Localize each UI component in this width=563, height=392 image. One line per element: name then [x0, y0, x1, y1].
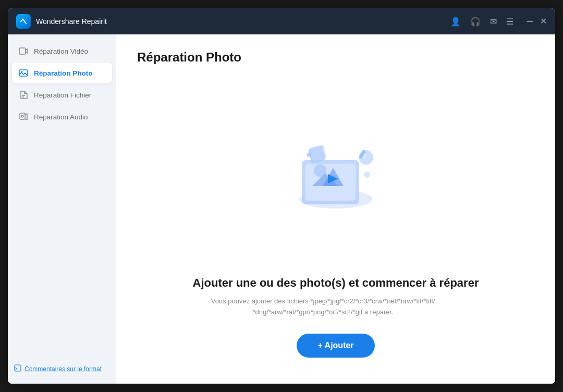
subtext-line2: *dng/*arw/*raf/*gpr/*png/*orf/*sr2/*gif …	[252, 308, 393, 316]
headset-icon[interactable]: 🎧	[470, 17, 481, 27]
feedback-icon	[14, 364, 21, 373]
video-icon	[18, 46, 29, 56]
minimize-button[interactable]: ─	[527, 17, 533, 26]
menu-icon[interactable]: ☰	[506, 17, 513, 27]
sidebar-item-fichier[interactable]: Réparation Fichier	[12, 84, 112, 105]
titlebar-controls: 👤 🎧 ✉ ☰ ─ ✕	[450, 17, 547, 27]
titlebar: Wondershare Repairit 👤 🎧 ✉ ☰ ─ ✕	[8, 8, 555, 34]
photo-repair-illustration	[284, 118, 388, 223]
svg-rect-1	[19, 48, 26, 54]
titlebar-left: Wondershare Repairit	[16, 14, 107, 29]
page-title: Réparation Photo	[137, 50, 534, 65]
subtext: Vous pouvez ajouter des fichiers *jpeg/*…	[193, 296, 454, 318]
svg-point-23	[364, 172, 370, 178]
svg-point-22	[307, 153, 311, 157]
illustration-area	[137, 65, 534, 276]
sidebar-footer: Commentaires sur le format	[12, 360, 112, 377]
user-icon[interactable]: 👤	[450, 17, 461, 27]
mail-icon[interactable]: ✉	[490, 17, 497, 27]
sidebar: Réparation Vidéo Réparation Photo	[8, 34, 116, 384]
sidebar-item-audio-label: Réparation Audio	[34, 113, 88, 121]
sidebar-item-audio[interactable]: Réparation Audio	[12, 106, 112, 127]
content-area: Réparation Vidéo Réparation Photo	[8, 34, 555, 384]
svg-point-7	[21, 115, 23, 117]
svg-rect-8	[15, 365, 21, 371]
window-controls: ─ ✕	[527, 17, 547, 26]
main-panel: Réparation Photo	[116, 34, 555, 384]
photo-icon	[18, 68, 29, 78]
app-icon	[16, 14, 31, 29]
sidebar-item-photo[interactable]: Réparation Photo	[12, 63, 112, 83]
sidebar-item-video-label: Réparation Vidéo	[34, 47, 88, 55]
app-window: Wondershare Repairit 👤 🎧 ✉ ☰ ─ ✕	[8, 8, 555, 384]
subtext-line1: Vous pouvez ajouter des fichiers *jpeg/*…	[211, 297, 435, 305]
text-section: Ajouter une ou des photo(s) et commencer…	[193, 276, 479, 318]
svg-rect-6	[20, 113, 25, 119]
sidebar-item-photo-label: Réparation Photo	[34, 69, 93, 77]
app-title: Wondershare Repairit	[36, 17, 107, 26]
feedback-text: Commentaires sur le format	[25, 365, 102, 373]
file-icon	[18, 90, 29, 100]
feedback-link[interactable]: Commentaires sur le format	[14, 364, 110, 373]
sidebar-item-fichier-label: Réparation Fichier	[34, 91, 91, 99]
close-button[interactable]: ✕	[540, 17, 547, 26]
sidebar-item-video[interactable]: Réparation Vidéo	[12, 41, 112, 62]
add-button[interactable]: + Ajouter	[297, 334, 374, 358]
main-heading: Ajouter une ou des photo(s) et commencer…	[193, 276, 479, 290]
audio-icon	[18, 112, 29, 122]
